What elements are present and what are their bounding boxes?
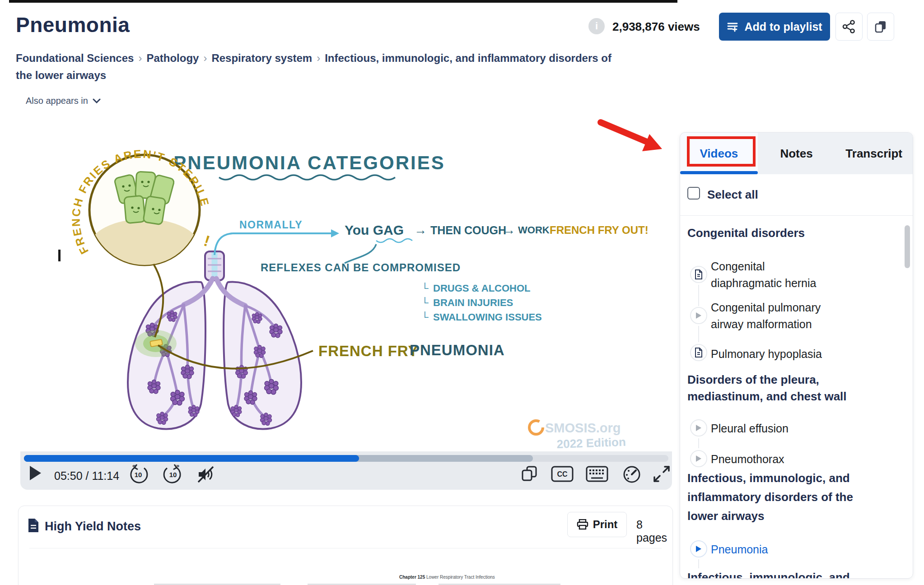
video-player[interactable]: PNEUMONIA CATEGORIES — [20, 133, 672, 490]
divider — [29, 548, 662, 548]
pneumonia-label: PNEUMONIA — [410, 342, 505, 358]
svg-text:10: 10 — [169, 471, 177, 478]
connector-line — [698, 326, 699, 342]
list-item-pleural-effusion[interactable]: Pleural effusion — [711, 420, 829, 437]
high-yield-notes-card: High Yield Notes Print 8 pages Chapter 1… — [18, 506, 673, 585]
add-to-playlist-label: Add to playlist — [744, 20, 822, 33]
you-gag-label: You GAG — [345, 223, 404, 237]
play-icon — [28, 465, 42, 481]
list-item-pneumonia-active[interactable]: Pneumonia — [711, 541, 829, 558]
printer-icon — [577, 519, 588, 530]
cause-swallowing-issues: SWALLOWING ISSUES — [433, 311, 542, 323]
also-appears-in-toggle[interactable]: Also appears in — [26, 96, 101, 106]
closed-captions-button[interactable]: CC — [551, 466, 574, 482]
cause-drugs-alcohol: DRUGS & ALCOHOL — [433, 283, 531, 294]
list-item-pulmonary-hypoplasia[interactable]: Pulmonary hypoplasia — [711, 346, 829, 362]
svg-text:10: 10 — [135, 471, 142, 478]
speed-gauge-icon — [622, 465, 641, 484]
print-label: Print — [593, 518, 618, 531]
breadcrumb-link-3[interactable]: Respiratory system — [211, 52, 312, 64]
add-to-playlist-button[interactable]: Add to playlist — [719, 13, 830, 41]
select-all-checkbox[interactable] — [687, 187, 700, 200]
svg-text:└: └ — [421, 282, 429, 294]
work-label: WORK — [518, 224, 550, 236]
skip-forward-10-button[interactable]: 10 » — [163, 464, 183, 485]
play-button[interactable] — [28, 465, 42, 481]
watermark-edition: 2022 Edition — [556, 435, 626, 451]
muted-speaker-icon — [195, 464, 216, 485]
views-count: 2,938,876 views — [612, 20, 700, 34]
skip-back-10-button[interactable]: 10 « — [128, 464, 149, 485]
breadcrumb-separator: › — [138, 52, 142, 64]
seq-arrow-2: → — [503, 223, 515, 237]
document-icon — [28, 518, 39, 533]
play-circle-icon — [690, 307, 707, 324]
time-display: 05:50 / 11:14 — [54, 469, 119, 483]
tab-notes[interactable]: Notes — [758, 133, 835, 174]
section-heading-truncated: Infectious, immunologic, and — [687, 569, 863, 579]
skip-back-10-icon: 10 « — [128, 464, 149, 485]
progress-bar[interactable] — [24, 455, 668, 462]
list-item-congenital-diaphragmatic-hernia[interactable]: Congenital diaphragmatic hernia — [711, 258, 829, 292]
fullscreen-button[interactable] — [653, 465, 671, 483]
section-heading-pleura: Disorders of the pleura, mediastinum, an… — [687, 371, 863, 405]
page-title: Pneumonia — [16, 13, 130, 37]
mute-button[interactable] — [195, 464, 216, 485]
seq-arrow-1: → — [414, 223, 427, 237]
player-controls: 05:50 / 11:14 10 « 10 » — [20, 451, 672, 490]
breadcrumb-link-1[interactable]: Foundational Sciences — [16, 52, 134, 64]
breadcrumb-separator: › — [203, 52, 207, 64]
sidebar-scrollbar-thumb[interactable] — [905, 225, 910, 268]
french-fry-label: FRENCH FRY — [318, 343, 418, 359]
notes-section-title: High Yield Notes — [45, 520, 141, 534]
play-circle-icon — [690, 450, 707, 467]
active-tab-underline — [680, 171, 758, 174]
popout-button[interactable] — [521, 465, 538, 482]
select-all-row: Select all — [680, 174, 913, 215]
tab-transcript[interactable]: Transcript — [835, 133, 913, 174]
share-icon — [842, 20, 856, 33]
tab-videos[interactable]: Videos — [680, 133, 758, 174]
pdf-preview-caption: Chapter 125 Lower Respiratory Tract Infe… — [399, 575, 495, 580]
video-list: Congenital disorders Congenital diaphrag… — [680, 216, 913, 578]
osmosis-video-page: Pneumonia i 2,938,876 views Add to playl… — [0, 0, 924, 585]
share-button[interactable] — [835, 13, 863, 41]
stray-mark — [58, 250, 61, 261]
section-heading-congenital: Congenital disorders — [687, 225, 863, 241]
play-circle-icon — [690, 419, 707, 436]
svg-text:«: « — [132, 464, 135, 469]
keyboard-shortcuts-button[interactable] — [586, 466, 608, 482]
breadcrumb-link-2[interactable]: Pathology — [146, 52, 199, 64]
copy-button[interactable] — [867, 13, 894, 41]
popout-copy-icon — [521, 465, 538, 482]
select-all-label: Select all — [707, 188, 758, 202]
connector-line — [698, 285, 699, 306]
also-appears-in-label: Also appears in — [26, 96, 88, 106]
closed-captions-icon: CC — [551, 466, 574, 482]
illustration-title: PNEUMONIA CATEGORIES — [173, 152, 445, 173]
connector-line — [698, 559, 699, 568]
svg-text:└: └ — [421, 311, 429, 323]
fullscreen-icon — [653, 465, 671, 483]
chevron-down-icon — [93, 98, 101, 103]
watermark-text: SMOSIS.org — [545, 421, 621, 435]
keyboard-icon — [586, 466, 608, 482]
svg-text:»: » — [176, 464, 179, 469]
sidebar-panel: Videos Notes Transcript Select all Conge… — [680, 132, 913, 579]
list-item-pneumothorax[interactable]: Pneumothorax — [711, 451, 829, 468]
print-button[interactable]: Print — [567, 512, 627, 537]
copy-icon — [874, 20, 887, 33]
sidebar-tabbar: Videos Notes Transcript — [680, 133, 913, 174]
playback-speed-button[interactable] — [622, 465, 641, 484]
svg-text:CC: CC — [557, 470, 568, 478]
page-count: 8 pages — [636, 518, 672, 544]
normally-label: NORMALLY — [239, 219, 303, 231]
section-heading-infectious: Infectious, immunologic, and inflammator… — [687, 469, 863, 525]
playlist-add-icon — [727, 21, 738, 32]
list-item-congenital-pulmonary-airway-malformation[interactable]: Congenital pulmonary airway malformation — [711, 299, 829, 333]
breadcrumb-separator: › — [317, 52, 320, 64]
info-icon[interactable]: i — [588, 18, 605, 34]
notes-doc-icon — [690, 344, 707, 361]
then-cough-label: THEN COUGH — [430, 224, 506, 237]
play-circle-icon-active — [690, 540, 707, 557]
